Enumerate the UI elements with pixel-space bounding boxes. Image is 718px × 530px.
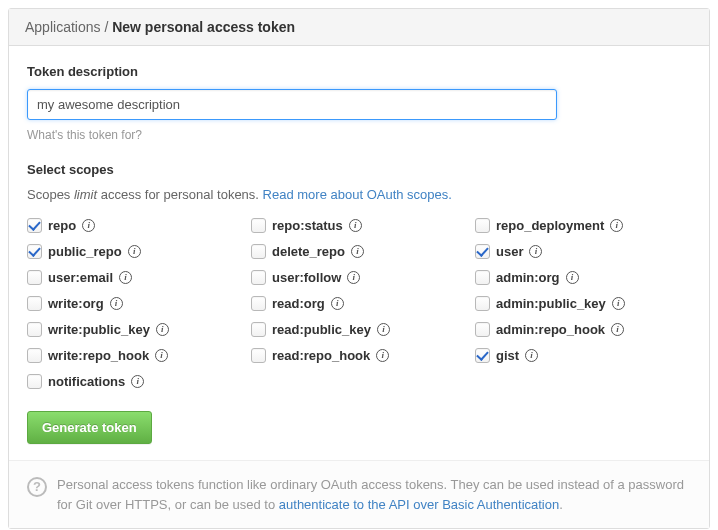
scopes-help-text: Scopes limit access for personal tokens.… (27, 187, 691, 202)
scope-checkbox[interactable] (251, 296, 266, 311)
token-description-help: What's this token for? (27, 128, 691, 142)
scope-label: write:org (48, 296, 104, 311)
scope-label: repo:status (272, 218, 343, 233)
scope-item-read-repo-hook: read:repo_hooki (251, 348, 467, 363)
info-icon[interactable]: i (128, 245, 141, 258)
info-icon[interactable]: i (349, 219, 362, 232)
scope-label: delete_repo (272, 244, 345, 259)
scope-label: user:follow (272, 270, 341, 285)
info-icon[interactable]: i (331, 297, 344, 310)
oauth-scopes-link[interactable]: Read more about OAuth scopes. (263, 187, 452, 202)
info-icon[interactable]: i (611, 323, 624, 336)
scope-item-read-public-key: read:public_keyi (251, 322, 467, 337)
scope-item-user-follow: user:followi (251, 270, 467, 285)
info-icon[interactable]: i (156, 323, 169, 336)
info-icon[interactable]: i (131, 375, 144, 388)
scope-item-write-org: write:orgi (27, 296, 243, 311)
scopes-grid: repoirepo:statusirepo_deploymentipublic_… (27, 218, 691, 389)
new-token-panel: Applications / New personal access token… (8, 8, 710, 529)
scope-checkbox[interactable] (475, 348, 490, 363)
scope-item-write-public-key: write:public_keyi (27, 322, 243, 337)
info-icon[interactable]: i (119, 271, 132, 284)
scope-label: read:repo_hook (272, 348, 370, 363)
scope-checkbox[interactable] (475, 296, 490, 311)
scope-checkbox[interactable] (27, 270, 42, 285)
panel-footer: ? Personal access tokens function like o… (9, 460, 709, 528)
scope-item-notifications: notificationsi (27, 374, 243, 389)
info-icon[interactable]: i (529, 245, 542, 258)
scope-checkbox[interactable] (251, 322, 266, 337)
info-icon[interactable]: i (377, 323, 390, 336)
info-icon[interactable]: i (612, 297, 625, 310)
scope-checkbox[interactable] (251, 244, 266, 259)
scope-item-user: useri (475, 244, 691, 259)
breadcrumb: Applications / New personal access token (9, 9, 709, 46)
scope-label: gist (496, 348, 519, 363)
scope-checkbox[interactable] (27, 374, 42, 389)
scope-checkbox[interactable] (27, 348, 42, 363)
scope-checkbox[interactable] (475, 244, 490, 259)
generate-token-button[interactable]: Generate token (27, 411, 152, 444)
scope-checkbox[interactable] (251, 348, 266, 363)
scope-item-delete-repo: delete_repoi (251, 244, 467, 259)
scope-label: repo (48, 218, 76, 233)
scope-label: public_repo (48, 244, 122, 259)
panel-body: Token description What's this token for?… (9, 46, 709, 460)
scope-item-admin-repo-hook: admin:repo_hooki (475, 322, 691, 337)
breadcrumb-current: New personal access token (112, 19, 295, 35)
scope-label: read:public_key (272, 322, 371, 337)
scope-checkbox[interactable] (475, 322, 490, 337)
scope-label: write:repo_hook (48, 348, 149, 363)
scope-checkbox[interactable] (27, 244, 42, 259)
scope-label: admin:public_key (496, 296, 606, 311)
info-icon[interactable]: i (155, 349, 168, 362)
scope-label: notifications (48, 374, 125, 389)
scope-item-gist: gisti (475, 348, 691, 363)
scope-label: read:org (272, 296, 325, 311)
scope-item-admin-public-key: admin:public_keyi (475, 296, 691, 311)
footer-text: Personal access tokens function like ord… (57, 475, 691, 514)
scope-checkbox[interactable] (251, 270, 266, 285)
info-icon[interactable]: i (376, 349, 389, 362)
scope-item-public-repo: public_repoi (27, 244, 243, 259)
question-icon: ? (27, 477, 47, 497)
scope-label: admin:org (496, 270, 560, 285)
scope-item-admin-org: admin:orgi (475, 270, 691, 285)
token-description-input[interactable] (27, 89, 557, 120)
info-icon[interactable]: i (566, 271, 579, 284)
scope-item-write-repo-hook: write:repo_hooki (27, 348, 243, 363)
scope-checkbox[interactable] (475, 270, 490, 285)
info-icon[interactable]: i (110, 297, 123, 310)
info-icon[interactable]: i (347, 271, 360, 284)
token-description-label: Token description (27, 64, 691, 79)
info-icon[interactable]: i (610, 219, 623, 232)
info-icon[interactable]: i (525, 349, 538, 362)
scope-label: user:email (48, 270, 113, 285)
basic-auth-link[interactable]: authenticate to the API over Basic Authe… (279, 497, 559, 512)
scope-checkbox[interactable] (475, 218, 490, 233)
scope-item-repo: repoi (27, 218, 243, 233)
scope-label: repo_deployment (496, 218, 604, 233)
scope-item-repo-status: repo:statusi (251, 218, 467, 233)
scope-item-user-email: user:emaili (27, 270, 243, 285)
select-scopes-label: Select scopes (27, 162, 691, 177)
scope-checkbox[interactable] (27, 218, 42, 233)
scope-label: write:public_key (48, 322, 150, 337)
scope-checkbox[interactable] (27, 296, 42, 311)
scope-checkbox[interactable] (27, 322, 42, 337)
breadcrumb-parent: Applications (25, 19, 101, 35)
scope-label: admin:repo_hook (496, 322, 605, 337)
info-icon[interactable]: i (351, 245, 364, 258)
scope-label: user (496, 244, 523, 259)
scope-item-repo-deployment: repo_deploymenti (475, 218, 691, 233)
scope-item-read-org: read:orgi (251, 296, 467, 311)
scope-checkbox[interactable] (251, 218, 266, 233)
info-icon[interactable]: i (82, 219, 95, 232)
